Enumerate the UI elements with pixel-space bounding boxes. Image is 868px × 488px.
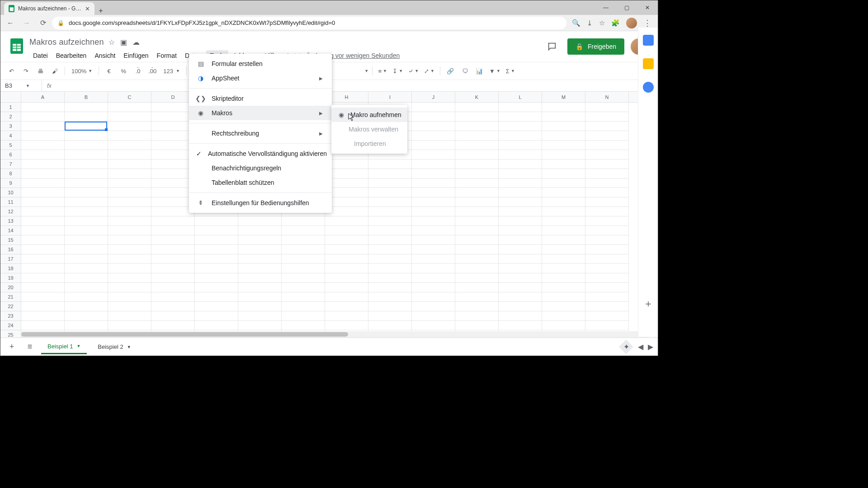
cell[interactable] [151, 188, 195, 197]
menu-item-script-editor[interactable]: ❮❯ Skripteditor [189, 91, 332, 106]
cell[interactable] [65, 216, 108, 226]
row-header[interactable]: 8 [0, 169, 21, 178]
cell[interactable] [108, 283, 151, 292]
cell[interactable] [65, 150, 108, 160]
cell[interactable] [585, 321, 629, 330]
text-rotation-button[interactable]: ⤢▼ [422, 65, 436, 77]
cell[interactable] [542, 197, 585, 207]
share-button[interactable]: 🔒 Freigeben [567, 38, 624, 55]
cell[interactable] [412, 235, 455, 245]
cell[interactable] [542, 311, 585, 321]
cell[interactable] [412, 311, 455, 321]
cell[interactable] [585, 122, 629, 131]
cell[interactable] [499, 235, 542, 245]
cell[interactable] [368, 292, 412, 302]
cell[interactable] [65, 122, 108, 131]
cell[interactable] [325, 254, 368, 264]
cell[interactable] [108, 302, 151, 311]
cell[interactable] [499, 188, 542, 197]
cell[interactable] [108, 292, 151, 302]
cell[interactable] [585, 216, 629, 226]
cell[interactable] [585, 160, 629, 169]
cell[interactable] [412, 216, 455, 226]
number-format-select[interactable]: 123▼ [160, 68, 183, 75]
window-close-button[interactable]: ✕ [637, 0, 658, 15]
cell[interactable] [325, 273, 368, 283]
install-app-icon[interactable]: ⤓ [587, 19, 593, 27]
cell[interactable] [455, 321, 499, 330]
sheet-tab-1[interactable]: Beispiel 1 ▼ [41, 340, 87, 354]
cell[interactable] [499, 245, 542, 254]
cell[interactable] [542, 283, 585, 292]
cell[interactable] [455, 292, 499, 302]
chevron-down-icon[interactable]: ▼ [76, 344, 80, 348]
cell[interactable] [542, 235, 585, 245]
cell[interactable] [108, 311, 151, 321]
cell[interactable] [412, 103, 455, 112]
cell[interactable] [108, 254, 151, 264]
cell[interactable] [108, 178, 151, 188]
cell[interactable] [368, 178, 412, 188]
menu-item-appsheet[interactable]: ◑ AppSheet ▶ [189, 71, 332, 85]
cell[interactable] [542, 141, 585, 150]
cell[interactable] [65, 131, 108, 141]
cell[interactable] [21, 197, 65, 207]
cell[interactable] [21, 226, 65, 235]
column-header[interactable]: N [585, 92, 629, 102]
cell[interactable] [542, 273, 585, 283]
cell[interactable] [585, 302, 629, 311]
nav-forward-button[interactable]: → [19, 16, 34, 30]
insert-chart-button[interactable]: 📊 [473, 65, 486, 77]
menu-item-accessibility[interactable]: ⇞ Einstellungen für Bedienungshilfen [189, 196, 332, 210]
cell[interactable] [282, 302, 325, 311]
cell[interactable] [412, 283, 455, 292]
cell[interactable] [151, 197, 195, 207]
insert-link-button[interactable]: 🔗 [444, 65, 457, 77]
cell[interactable] [455, 131, 499, 141]
cell[interactable] [412, 122, 455, 131]
cell[interactable] [499, 264, 542, 273]
vertical-align-button[interactable]: ↧▼ [391, 65, 405, 77]
cell[interactable] [585, 245, 629, 254]
cell[interactable] [412, 131, 455, 141]
row-header[interactable]: 3 [0, 122, 21, 131]
percent-button[interactable]: % [117, 65, 130, 77]
cell[interactable] [455, 254, 499, 264]
move-icon[interactable]: ▣ [120, 38, 127, 47]
keep-addon-icon[interactable] [643, 58, 654, 69]
row-header[interactable]: 16 [0, 245, 21, 254]
row-header[interactable]: 22 [0, 302, 21, 311]
star-icon[interactable]: ☆ [108, 38, 115, 47]
cell[interactable] [412, 302, 455, 311]
cell[interactable] [455, 283, 499, 292]
cell[interactable] [455, 178, 499, 188]
cell[interactable] [21, 122, 65, 131]
cell[interactable] [455, 226, 499, 235]
cell[interactable] [21, 141, 65, 150]
zoom-page-icon[interactable]: 🔍 [572, 19, 580, 27]
row-header[interactable]: 13 [0, 216, 21, 226]
cell[interactable] [195, 226, 238, 235]
cell[interactable] [65, 188, 108, 197]
insert-comment-button[interactable]: 🗨 [458, 65, 471, 77]
cell[interactable] [412, 207, 455, 216]
window-minimize-button[interactable]: — [595, 0, 616, 15]
cell[interactable] [499, 178, 542, 188]
column-header[interactable]: D [151, 92, 195, 102]
cell[interactable] [368, 321, 412, 330]
cell[interactable] [412, 254, 455, 264]
cell[interactable] [368, 216, 412, 226]
cell[interactable] [499, 141, 542, 150]
cell[interactable] [585, 264, 629, 273]
cell[interactable] [151, 311, 195, 321]
cell[interactable] [21, 169, 65, 178]
decrease-decimal-button[interactable]: ←.0 [132, 65, 144, 77]
cell[interactable] [108, 141, 151, 150]
cell[interactable] [368, 197, 412, 207]
browser-menu-icon[interactable]: ⋮ [643, 18, 651, 28]
cell[interactable] [325, 321, 368, 330]
cell[interactable] [238, 302, 282, 311]
cell[interactable] [412, 197, 455, 207]
cell[interactable] [21, 207, 65, 216]
cell[interactable] [585, 131, 629, 141]
